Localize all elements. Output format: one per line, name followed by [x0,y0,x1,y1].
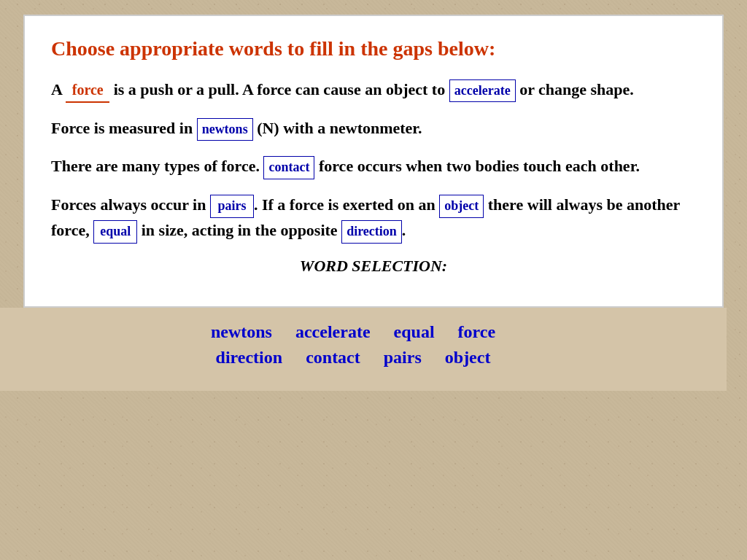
paragraph-4: Forces always occur in pairs. If a force… [51,192,696,244]
blank-force-1: force [66,79,109,103]
blank-accelerate: accelerate [449,79,516,103]
word-bank-pairs[interactable]: pairs [384,348,422,368]
paragraph-3: There are many types of force. contact f… [51,154,696,179]
word-selection-section: WORD SELECTION: [51,257,696,276]
word-bank-equal[interactable]: equal [394,322,435,342]
paragraph-1: A force is a push or a pull. A force can… [51,77,696,103]
blank-direction: direction [341,220,402,244]
blank-equal: equal [93,220,137,244]
word-bank-row-1: newtons accelerate equal force [0,322,727,342]
word-bank-row-2: direction contact pairs object [0,348,727,368]
blank-newtons: newtons [197,118,253,141]
word-selection-title: WORD SELECTION: [51,257,696,276]
card-title: Choose appropriate words to fill in the … [51,36,696,61]
word-bank-direction[interactable]: direction [216,348,283,368]
word-bank-accelerate[interactable]: accelerate [295,322,371,342]
blank-pairs: pairs [210,195,254,218]
content-area: A force is a push or a pull. A force can… [51,77,696,244]
word-bank-contact[interactable]: contact [306,348,360,368]
main-card: Choose appropriate words to fill in the … [23,15,724,308]
word-bank: newtons accelerate equal force direction… [0,308,727,391]
word-bank-newtons[interactable]: newtons [211,322,272,342]
blank-contact: contact [263,156,314,179]
paragraph-2: Force is measured in newtons (N) with a … [51,116,696,141]
blank-object: object [439,195,484,218]
word-bank-force[interactable]: force [458,322,496,342]
word-bank-object[interactable]: object [445,348,491,368]
